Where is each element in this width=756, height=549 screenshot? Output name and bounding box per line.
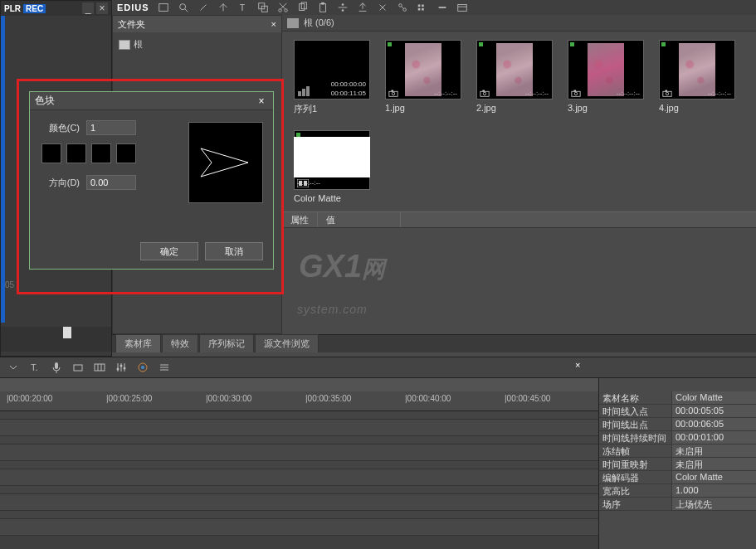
tab-effects[interactable]: 特效 bbox=[162, 334, 198, 352]
color-wheel-icon[interactable] bbox=[136, 361, 149, 374]
text-tool-icon[interactable]: T. bbox=[28, 361, 41, 374]
info-panel: 素材名称Color Matte 时间线入点00:00:05:05 时间线出点00… bbox=[598, 378, 756, 549]
paste-icon[interactable] bbox=[317, 2, 329, 13]
track[interactable] bbox=[0, 461, 598, 469]
color-input[interactable] bbox=[86, 120, 136, 135]
timeline-area: T. × |00:00:20:00 |00:00:25:00 |00:00:30… bbox=[0, 357, 756, 549]
copy-icon[interactable] bbox=[297, 2, 309, 13]
tool-icon[interactable] bbox=[198, 2, 209, 13]
timeline-main[interactable]: |00:00:20:00 |00:00:25:00 |00:00:30:00 |… bbox=[0, 378, 598, 549]
svg-rect-39 bbox=[665, 90, 667, 92]
info-row: 编解码器Color Matte bbox=[599, 471, 756, 484]
text-icon[interactable]: T bbox=[237, 2, 249, 13]
info-value: 00:00:05:05 bbox=[672, 405, 756, 417]
svg-rect-25 bbox=[298, 91, 301, 96]
prop-col-name[interactable]: 属性 bbox=[282, 212, 318, 227]
svg-rect-30 bbox=[391, 90, 393, 92]
svg-point-32 bbox=[483, 92, 485, 95]
track[interactable] bbox=[0, 469, 598, 486]
svg-rect-10 bbox=[319, 4, 325, 12]
dialog-title-text: 色块 bbox=[35, 94, 55, 108]
file-panel-header: 文件夹 × bbox=[113, 16, 281, 32]
link-icon[interactable] bbox=[397, 2, 408, 13]
delete-icon[interactable] bbox=[377, 2, 388, 13]
thumb-image[interactable]: --:--:--:-- 4.jpg bbox=[659, 40, 735, 115]
cancel-button[interactable]: 取消 bbox=[205, 242, 263, 260]
svg-point-13 bbox=[341, 3, 344, 6]
swatch[interactable] bbox=[41, 143, 61, 163]
close-button[interactable]: × bbox=[96, 2, 108, 14]
swatch[interactable] bbox=[91, 143, 111, 163]
folder-icon bbox=[287, 18, 299, 28]
thumb-tc: --:--:--:-- bbox=[434, 90, 457, 97]
scale-thumb[interactable] bbox=[63, 327, 71, 338]
thumb-image[interactable]: --:--:--:-- 2.jpg bbox=[476, 40, 553, 115]
upload-icon[interactable] bbox=[357, 2, 368, 13]
export-icon[interactable] bbox=[217, 2, 229, 13]
file-panel-close[interactable]: × bbox=[271, 19, 276, 29]
thumb-tc: 00:00:00:00 bbox=[331, 80, 366, 88]
track[interactable] bbox=[0, 511, 598, 519]
thumb-label: Color Matte bbox=[294, 193, 370, 203]
settings-icon[interactable] bbox=[417, 2, 428, 13]
prop-col-value[interactable]: 值 bbox=[318, 212, 401, 227]
timeline-close-button[interactable]: × bbox=[575, 360, 590, 375]
direction-input[interactable] bbox=[86, 175, 136, 190]
svg-rect-19 bbox=[422, 5, 424, 7]
dialog-close-button[interactable]: × bbox=[255, 95, 268, 108]
swatch[interactable] bbox=[66, 143, 86, 163]
track[interactable] bbox=[0, 494, 598, 511]
svg-rect-11 bbox=[321, 2, 324, 5]
search-icon[interactable] bbox=[178, 2, 189, 13]
dialog-titlebar[interactable]: 色块 × bbox=[30, 92, 273, 110]
swatch[interactable] bbox=[116, 143, 136, 163]
rect-icon[interactable] bbox=[71, 361, 85, 374]
thumb-sequence[interactable]: 00:00:00:00 00:00:11:05 序列1 bbox=[294, 40, 370, 115]
sliders-icon[interactable] bbox=[115, 361, 128, 374]
divide-icon[interactable] bbox=[337, 2, 349, 13]
scale-bar[interactable] bbox=[1, 327, 111, 352]
svg-rect-27 bbox=[306, 86, 310, 96]
ok-button[interactable]: 确定 bbox=[140, 242, 198, 260]
tab-markers[interactable]: 序列标记 bbox=[199, 334, 254, 352]
info-label: 时间线出点 bbox=[599, 418, 672, 430]
matte-icon bbox=[297, 179, 309, 187]
chevron-down-icon[interactable] bbox=[7, 361, 20, 374]
track[interactable] bbox=[0, 411, 598, 420]
list-icon[interactable] bbox=[158, 361, 171, 374]
thumb-label: 2.jpg bbox=[476, 103, 553, 113]
svg-point-29 bbox=[392, 92, 394, 95]
direction-label: 方向(D) bbox=[40, 177, 80, 189]
info-row: 时间线入点00:00:05:05 bbox=[599, 405, 756, 418]
grid-icon[interactable] bbox=[93, 361, 106, 374]
new-icon[interactable] bbox=[158, 2, 169, 13]
ruler-mark: |00:00:45:00 bbox=[505, 394, 550, 403]
track[interactable] bbox=[0, 436, 598, 445]
color-swatches bbox=[41, 143, 180, 163]
layers-icon[interactable] bbox=[257, 2, 269, 13]
dash-icon[interactable] bbox=[437, 2, 448, 13]
tree-root-label: 根 bbox=[134, 38, 143, 51]
mic-icon[interactable] bbox=[50, 361, 63, 374]
tree-root-item[interactable]: 根 bbox=[117, 36, 277, 52]
thumb-image[interactable]: --:--:--:-- 1.jpg bbox=[385, 40, 461, 115]
track[interactable] bbox=[0, 445, 598, 461]
rec-label: REC bbox=[23, 4, 46, 13]
info-row: 时间线出点00:00:06:05 bbox=[599, 418, 756, 431]
window-icon[interactable] bbox=[456, 2, 468, 13]
track[interactable] bbox=[0, 519, 598, 536]
svg-point-38 bbox=[666, 92, 668, 95]
cut-icon[interactable] bbox=[277, 2, 289, 13]
track[interactable] bbox=[0, 486, 598, 494]
thumb-image[interactable]: --:--:--:-- 3.jpg bbox=[568, 40, 644, 115]
bin-header: 根 (0/6) bbox=[282, 15, 756, 32]
timeline-ruler[interactable]: |00:00:20:00 |00:00:25:00 |00:00:30:00 |… bbox=[0, 391, 598, 411]
svg-point-35 bbox=[574, 92, 577, 95]
thumb-color-matte[interactable]: --:--:--:-- Color Matte bbox=[294, 130, 370, 203]
track[interactable] bbox=[0, 420, 598, 436]
minimize-button[interactable]: _ bbox=[82, 2, 94, 14]
camera-icon bbox=[388, 89, 398, 97]
tab-source-browse[interactable]: 源文件浏览 bbox=[255, 334, 319, 352]
ruler-mark: |00:00:40:00 bbox=[405, 394, 451, 403]
tab-library[interactable]: 素材库 bbox=[115, 334, 161, 352]
